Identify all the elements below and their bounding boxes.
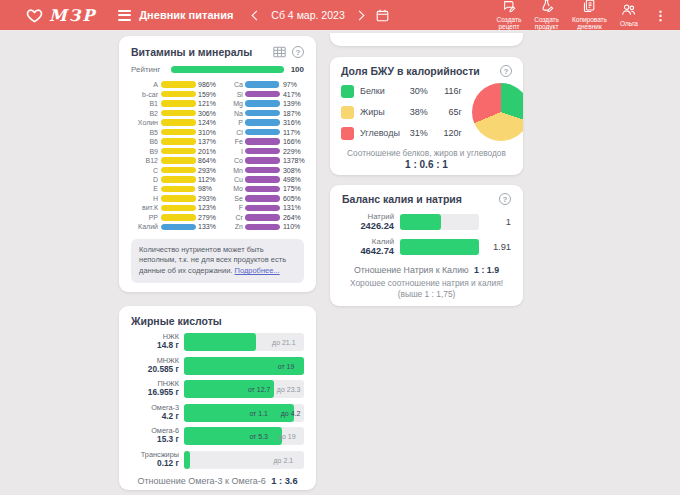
- table-icon[interactable]: [273, 46, 286, 58]
- app-window: МЗР Дневник питания Сб 4 мар. 2023 Созда…: [0, 0, 680, 495]
- date-label[interactable]: Сб 4 мар. 2023: [271, 9, 344, 21]
- user-name-label: Ольга: [620, 20, 638, 28]
- create-product-icon: [540, 0, 554, 16]
- legend-row: Белки 30% 116г: [341, 85, 462, 98]
- mineral-label: Mn: [225, 167, 243, 174]
- vitamin-label: Холин: [131, 119, 158, 126]
- vitamin-label: B9: [131, 148, 158, 155]
- vitamin-row: вит.К 123%: [131, 204, 216, 211]
- mineral-bar: [245, 119, 280, 126]
- mineral-bar: [245, 110, 280, 117]
- mineral-label: Fe: [225, 138, 243, 145]
- range-marker-label: от 19: [278, 362, 295, 369]
- mineral-row: Zn 110%: [225, 223, 305, 230]
- calendar-icon[interactable]: [376, 9, 389, 22]
- fatty-acid-bar: от 19: [184, 357, 304, 375]
- copy-diary-button[interactable]: Копировать дневник: [572, 0, 607, 31]
- rating-row: Рейтинг 100: [131, 65, 304, 74]
- mineral-value: 417%: [283, 91, 301, 98]
- vitamin-label: E: [131, 185, 158, 192]
- vitamin-label: B2: [131, 110, 158, 117]
- mineral-bar: [245, 91, 280, 98]
- vitamin-label: B1: [131, 100, 158, 107]
- mineral-value: 264%: [283, 214, 301, 221]
- legend-percent: 31%: [400, 128, 428, 138]
- vitamin-value: 864%: [198, 157, 216, 164]
- chevron-right-icon[interactable]: [354, 10, 364, 20]
- legend-label: Белки: [360, 86, 400, 96]
- mineral-row: F 131%: [225, 204, 305, 211]
- vitamin-bar: [161, 214, 196, 221]
- mineral-value: 605%: [283, 195, 301, 202]
- balance-ratio: 1: [485, 217, 511, 227]
- vitamin-row: A 986%: [131, 81, 216, 88]
- kebab-menu-icon[interactable]: ⋮: [651, 9, 670, 22]
- sodium-potassium-card: Баланс калия и натрия ? Натрий 2426.24 1: [330, 185, 523, 306]
- note-more-link[interactable]: Подробнее...: [235, 266, 280, 275]
- vitamin-bar: [161, 205, 196, 212]
- mineral-bar: [245, 186, 280, 193]
- mineral-label: Cr: [225, 214, 243, 221]
- range-marker-label: от 12.7: [248, 386, 271, 393]
- user-icon: [621, 3, 636, 20]
- balance-row: Натрий 2426.24 1: [342, 212, 511, 232]
- mineral-label: Ca: [225, 81, 243, 88]
- fatty-acid-row: МНЖК 20.585 г от 19: [131, 357, 304, 375]
- vitamin-bar: [161, 81, 196, 88]
- mineral-label: Zn: [225, 223, 243, 230]
- vitamin-bar: [161, 129, 196, 136]
- vitamin-bar: [161, 195, 196, 202]
- fatty-acid-value: 14.8 г: [131, 341, 179, 351]
- vitamin-label: вит.К: [131, 204, 158, 211]
- mineral-value: 229%: [283, 148, 301, 155]
- mineral-bar: [245, 157, 280, 164]
- mineral-row: Mo 175%: [225, 185, 305, 192]
- mineral-label: F: [225, 204, 243, 211]
- vitamin-row: B1 121%: [131, 100, 216, 107]
- app-logo[interactable]: МЗР: [26, 6, 96, 25]
- mineral-bar: [245, 195, 280, 202]
- vitamin-bar: [161, 167, 196, 174]
- rating-value: 100: [291, 65, 304, 74]
- question-icon[interactable]: ?: [292, 46, 304, 58]
- create-recipe-button[interactable]: Создать рецепт: [497, 0, 522, 31]
- mineral-value: 110%: [283, 223, 300, 230]
- vitamin-label: PP: [131, 214, 158, 221]
- legend-color-swatch: [341, 127, 354, 140]
- vitamin-label: b-car: [131, 91, 158, 98]
- vitamin-value: 293%: [198, 167, 216, 174]
- fatty-acid-row: НЖК 14.8 г до 21.1: [131, 333, 304, 351]
- button-label: дневник: [577, 23, 602, 31]
- fatty-acid-value: 15.3 г: [131, 435, 179, 445]
- mineral-row: Ca 97%: [225, 81, 305, 88]
- range-marker-label: от 1.1: [249, 409, 268, 416]
- mineral-row: Cl 117%: [225, 128, 305, 135]
- vitamin-value: 98%: [198, 185, 212, 192]
- balance-value: 4642.74: [342, 246, 394, 257]
- na-k-ratio-label: Отношение Натрия к Калию: [354, 265, 469, 275]
- vitamin-bar: [161, 91, 196, 98]
- mineral-label: Cl: [225, 129, 243, 136]
- scrolled-card-partial: [330, 33, 523, 46]
- create-recipe-icon: [502, 0, 516, 16]
- mineral-label: Se: [225, 195, 243, 202]
- question-icon[interactable]: ?: [499, 193, 511, 205]
- mineral-bar: [245, 129, 280, 136]
- omega-ratio-footer: Отношение Омега-3 к Омега-6 1 : 3.6: [131, 476, 304, 486]
- legend-grams: 120г: [428, 128, 462, 138]
- rating-label: Рейтинг: [131, 65, 171, 74]
- mineral-bar: [245, 167, 280, 174]
- user-menu-button[interactable]: Ольга: [620, 3, 638, 28]
- create-product-button[interactable]: Создать продукт: [534, 0, 559, 31]
- mineral-value: 117%: [283, 129, 300, 136]
- vitamin-label: B5: [131, 129, 158, 136]
- question-icon[interactable]: ?: [500, 65, 512, 77]
- omega-ratio-label: Отношение Омега-3 к Омега-6: [137, 476, 265, 486]
- mineral-row: Fe 166%: [225, 138, 305, 145]
- hamburger-icon[interactable]: [118, 10, 131, 21]
- balance-label: Натрий: [342, 212, 394, 221]
- vitamin-bar: [161, 186, 196, 193]
- fatty-acid-value: 20.585 г: [131, 365, 179, 375]
- vitamins-minerals-card: Витамины и минералы ? Рейтинг 100: [119, 36, 316, 292]
- chevron-left-icon[interactable]: [252, 10, 262, 20]
